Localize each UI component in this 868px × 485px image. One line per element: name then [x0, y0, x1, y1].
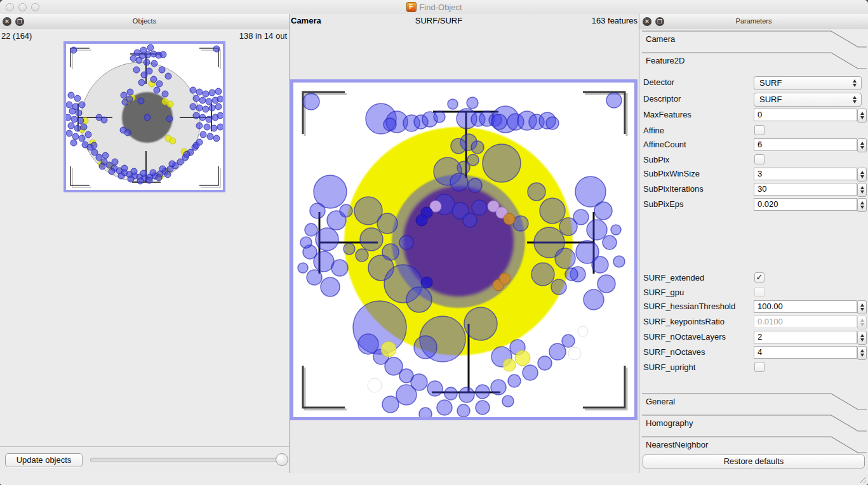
spinner-arrows-icon[interactable]: [857, 198, 867, 212]
affine-checkbox[interactable]: [754, 125, 765, 135]
param-label: SubPixIterations: [643, 184, 704, 194]
param-label: SURF_extended: [643, 273, 704, 282]
surf_hessianthreshold-input[interactable]: 100.00: [754, 300, 857, 313]
inliers-outliers-label: 138 in 14 out: [239, 31, 287, 41]
parameters-dock-title: Parameters: [639, 17, 868, 25]
camera-dock-titlebar: Camera SURF/SURF 163 features: [290, 14, 639, 29]
param-label: SURF_gpu: [643, 288, 684, 297]
param-label: Descriptor: [643, 94, 681, 103]
param-row-subpixeps: SubPixEps0.020: [639, 198, 868, 211]
objects-dock-titlebar: ✕ ❐ Objects: [0, 14, 289, 30]
close-window-icon[interactable]: [6, 3, 14, 11]
spinner-arrows-icon[interactable]: [857, 183, 867, 197]
param-label: MaxFeatures: [643, 110, 691, 119]
combo-arrows-icon: [853, 95, 857, 104]
resize-grip-icon[interactable]: [858, 475, 866, 483]
param-row-surf_upright: SURF_upright: [639, 361, 868, 374]
section-tab-homography[interactable]: Homography: [639, 415, 868, 434]
app-icon: F: [406, 2, 416, 12]
param-row-surf_noctaves: SURF_nOctaves4: [639, 346, 868, 359]
param-label: AffineCount: [643, 140, 686, 149]
param-label: SubPix: [643, 155, 669, 164]
find-object-window: F Find-Object ✕ ❐ Objects 22 (164) 138 i…: [0, 0, 868, 485]
section-tab-label: NearestNeighbor: [646, 440, 708, 449]
surf_noctaves-input[interactable]: 4: [754, 346, 857, 359]
subpix-checkbox[interactable]: [754, 154, 765, 164]
param-row-affinecount: AffineCount6: [639, 138, 868, 151]
param-row-subpixwinsize: SubPixWinSize3: [639, 168, 868, 180]
param-label: SURF_nOctaves: [643, 347, 705, 357]
object-count-label: 22 (164): [1, 31, 32, 41]
zoom-window-icon[interactable]: [31, 3, 39, 11]
features-count-label: 163 features: [592, 16, 638, 25]
section-tab-general[interactable]: General: [639, 393, 868, 412]
detector-descriptor-label: SURF/SURF: [415, 16, 462, 25]
section-tab-label: General: [646, 397, 675, 406]
thumbnail-size-slider[interactable]: [90, 458, 288, 462]
param-row-subpixiterations: SubPixIterations30: [639, 183, 868, 196]
surf_noctavelayers-input[interactable]: 2: [754, 331, 857, 343]
camera-panel: [290, 29, 639, 473]
parameters-panel: Restore defaults CameraFeature2DGeneralH…: [639, 29, 868, 473]
param-row-maxfeatures: MaxFeatures0: [639, 109, 868, 121]
param-row-surf_keypointsratio: SURF_keypointsRatio0.0100: [639, 316, 868, 328]
objects-dock-title: Objects: [0, 17, 289, 25]
param-label: SURF_keypointsRatio: [643, 317, 724, 326]
param-row-affine: Affine: [639, 124, 868, 137]
spinner-arrows-icon[interactable]: [857, 138, 867, 152]
subpixiterations-input[interactable]: 30: [754, 183, 857, 196]
section-tab-label: Feature2D: [646, 56, 684, 65]
combobox-value: SURF: [759, 95, 782, 104]
objects-panel: 22 (164) 138 in 14 out: [0, 29, 289, 446]
param-row-surf_gpu: SURF_gpu: [639, 286, 868, 299]
param-label: SURF_hessianThreshold: [643, 302, 735, 311]
parameters-dock-titlebar: ✕ ❐ Parameters: [639, 14, 868, 30]
surf_keypointsratio-input: 0.0100: [754, 316, 857, 328]
affinecount-input[interactable]: 6: [754, 138, 857, 151]
param-row-subpix: SubPix: [639, 154, 868, 166]
object-feature-view: [66, 44, 223, 190]
surf_upright-checkbox[interactable]: [754, 362, 765, 372]
spinner-arrows-icon[interactable]: [857, 168, 867, 182]
spinner-arrows-icon[interactable]: [857, 109, 867, 123]
section-tab-camera[interactable]: Camera: [639, 30, 868, 50]
param-row-surf_extended: SURF_extended✓: [639, 272, 868, 284]
window-titlebar[interactable]: F Find-Object: [0, 0, 868, 15]
param-label: SubPixWinSize: [643, 169, 700, 178]
param-label: SURF_upright: [643, 362, 695, 372]
camera-dock-title: Camera: [291, 16, 321, 25]
maxfeatures-input[interactable]: 0: [754, 109, 857, 121]
window-bottom-margin: [0, 473, 868, 485]
camera-feature-view: [293, 83, 634, 417]
combo-arrows-icon: [853, 79, 857, 88]
detector-combobox[interactable]: SURF: [754, 76, 862, 90]
subpixeps-input[interactable]: 0.020: [754, 198, 857, 211]
combobox-value: SURF: [759, 78, 782, 88]
param-label: SURF_nOctaveLayers: [643, 332, 726, 342]
spinner-arrows-icon: [857, 316, 867, 329]
minimize-window-icon[interactable]: [18, 3, 27, 11]
restore-defaults-button[interactable]: Restore defaults: [643, 455, 865, 468]
descriptor-combobox[interactable]: SURF: [754, 93, 862, 107]
param-row-surf_noctavelayers: SURF_nOctaveLayers2: [639, 331, 868, 343]
surf_extended-checkbox[interactable]: ✓: [754, 272, 765, 282]
section-tab-feature2d[interactable]: Feature2D: [639, 52, 868, 71]
param-label: Affine: [643, 126, 664, 135]
section-tab-nearestneighbor[interactable]: NearestNeighbor: [639, 436, 868, 455]
section-tab-label: Homography: [646, 418, 693, 428]
spinner-arrows-icon[interactable]: [857, 300, 867, 314]
param-row-surf_hessianthreshold: SURF_hessianThreshold100.00: [639, 300, 868, 313]
param-label: SubPixEps: [643, 199, 684, 209]
object-thumbnail[interactable]: [63, 41, 225, 192]
spinner-arrows-icon[interactable]: [857, 331, 867, 345]
camera-view[interactable]: [290, 79, 638, 420]
spinner-arrows-icon[interactable]: [857, 346, 867, 360]
window-title: Find-Object: [419, 3, 462, 12]
section-tab-label: Camera: [646, 34, 675, 44]
slider-handle[interactable]: [276, 453, 288, 466]
subpixwinsize-input[interactable]: 3: [754, 168, 857, 180]
surf_gpu-checkbox: [754, 287, 765, 297]
update-objects-button[interactable]: Update objects: [5, 453, 83, 467]
param-label: Detector: [643, 77, 674, 87]
param-row-descriptor: DescriptorSURF: [639, 93, 868, 105]
